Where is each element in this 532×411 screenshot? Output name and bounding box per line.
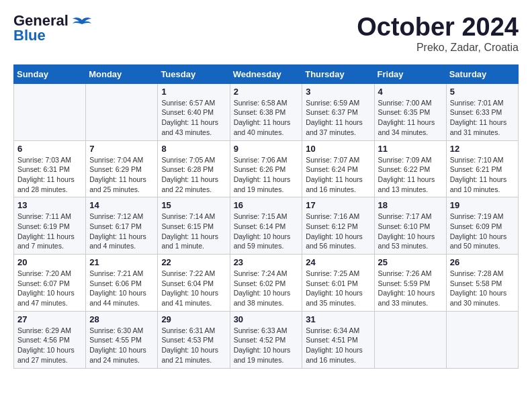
calendar-cell <box>14 83 86 140</box>
day-info: Sunrise: 7:24 AM Sunset: 6:02 PM Dayligh… <box>234 269 299 308</box>
day-number: 13 <box>17 200 82 210</box>
day-info: Sunrise: 7:14 AM Sunset: 6:15 PM Dayligh… <box>161 212 226 251</box>
calendar-header: SundayMondayTuesdayWednesdayThursdayFrid… <box>14 64 519 83</box>
day-info: Sunrise: 7:03 AM Sunset: 6:31 PM Dayligh… <box>17 155 82 195</box>
day-number: 27 <box>17 314 82 324</box>
day-number: 18 <box>378 200 443 210</box>
calendar-cell: 23Sunrise: 7:24 AM Sunset: 6:02 PM Dayli… <box>230 255 302 312</box>
day-number: 11 <box>378 144 443 154</box>
calendar-cell <box>446 311 518 368</box>
calendar-cell: 10Sunrise: 7:07 AM Sunset: 6:24 PM Dayli… <box>302 140 374 197</box>
day-number: 15 <box>161 200 226 210</box>
calendar-cell: 3Sunrise: 6:59 AM Sunset: 6:37 PM Daylig… <box>302 83 374 140</box>
calendar-week-row: 1Sunrise: 6:57 AM Sunset: 6:40 PM Daylig… <box>14 83 519 140</box>
calendar-week-row: 6Sunrise: 7:03 AM Sunset: 6:31 PM Daylig… <box>14 140 519 197</box>
day-number: 2 <box>234 87 299 97</box>
day-info: Sunrise: 7:06 AM Sunset: 6:26 PM Dayligh… <box>234 155 299 195</box>
calendar-cell <box>374 311 446 368</box>
day-info: Sunrise: 7:01 AM Sunset: 6:33 PM Dayligh… <box>450 98 515 138</box>
calendar-cell: 29Sunrise: 6:31 AM Sunset: 4:53 PM Dayli… <box>158 311 230 368</box>
day-number: 7 <box>89 144 154 154</box>
day-number: 30 <box>234 314 299 324</box>
day-number: 9 <box>234 144 299 154</box>
day-info: Sunrise: 6:30 AM Sunset: 4:55 PM Dayligh… <box>89 326 154 365</box>
calendar-cell: 26Sunrise: 7:28 AM Sunset: 5:58 PM Dayli… <box>446 255 518 312</box>
calendar-cell: 31Sunrise: 6:34 AM Sunset: 4:51 PM Dayli… <box>302 311 374 368</box>
calendar-cell: 5Sunrise: 7:01 AM Sunset: 6:33 PM Daylig… <box>446 83 518 140</box>
weekday-header-monday: Monday <box>86 64 158 83</box>
day-info: Sunrise: 6:57 AM Sunset: 6:40 PM Dayligh… <box>161 98 226 138</box>
calendar-cell: 1Sunrise: 6:57 AM Sunset: 6:40 PM Daylig… <box>158 83 230 140</box>
calendar-table: SundayMondayTuesdayWednesdayThursdayFrid… <box>13 64 519 369</box>
calendar-cell: 20Sunrise: 7:20 AM Sunset: 6:07 PM Dayli… <box>14 255 86 312</box>
day-info: Sunrise: 7:05 AM Sunset: 6:28 PM Dayligh… <box>161 155 226 195</box>
day-number: 22 <box>161 257 226 267</box>
calendar-week-row: 13Sunrise: 7:11 AM Sunset: 6:19 PM Dayli… <box>14 197 519 255</box>
day-number: 8 <box>161 144 226 154</box>
calendar-cell: 8Sunrise: 7:05 AM Sunset: 6:28 PM Daylig… <box>158 140 230 197</box>
day-number: 10 <box>306 144 370 154</box>
logo-bird-icon <box>71 15 93 36</box>
calendar-cell: 13Sunrise: 7:11 AM Sunset: 6:19 PM Dayli… <box>14 197 86 255</box>
calendar-cell: 19Sunrise: 7:19 AM Sunset: 6:09 PM Dayli… <box>446 197 518 255</box>
calendar-cell: 27Sunrise: 6:29 AM Sunset: 4:56 PM Dayli… <box>14 311 86 368</box>
day-number: 14 <box>89 200 154 210</box>
day-number: 28 <box>89 314 154 324</box>
calendar-week-row: 20Sunrise: 7:20 AM Sunset: 6:07 PM Dayli… <box>14 255 519 312</box>
day-number: 29 <box>161 314 226 324</box>
day-info: Sunrise: 6:34 AM Sunset: 4:51 PM Dayligh… <box>306 326 370 365</box>
day-info: Sunrise: 7:09 AM Sunset: 6:22 PM Dayligh… <box>378 155 443 195</box>
day-number: 19 <box>450 200 515 210</box>
calendar-cell: 2Sunrise: 6:58 AM Sunset: 6:38 PM Daylig… <box>230 83 302 140</box>
calendar-body: 1Sunrise: 6:57 AM Sunset: 6:40 PM Daylig… <box>14 83 519 368</box>
calendar-cell: 24Sunrise: 7:25 AM Sunset: 6:01 PM Dayli… <box>302 255 374 312</box>
logo-blue: Blue <box>13 28 69 43</box>
day-info: Sunrise: 7:26 AM Sunset: 5:59 PM Dayligh… <box>378 269 443 308</box>
logo-general: General <box>13 13 69 28</box>
day-number: 20 <box>17 257 82 267</box>
day-info: Sunrise: 7:00 AM Sunset: 6:35 PM Dayligh… <box>378 98 443 138</box>
day-info: Sunrise: 7:15 AM Sunset: 6:14 PM Dayligh… <box>234 212 299 251</box>
calendar-cell: 9Sunrise: 7:06 AM Sunset: 6:26 PM Daylig… <box>230 140 302 197</box>
calendar-cell: 25Sunrise: 7:26 AM Sunset: 5:59 PM Dayli… <box>374 255 446 312</box>
month-title: October 2024 <box>357 13 519 42</box>
day-number: 21 <box>89 257 154 267</box>
weekday-header-tuesday: Tuesday <box>158 64 230 83</box>
calendar-cell: 18Sunrise: 7:17 AM Sunset: 6:10 PM Dayli… <box>374 197 446 255</box>
calendar-cell: 21Sunrise: 7:21 AM Sunset: 6:06 PM Dayli… <box>86 255 158 312</box>
calendar-cell <box>86 83 158 140</box>
day-info: Sunrise: 6:59 AM Sunset: 6:37 PM Dayligh… <box>306 98 370 138</box>
calendar-week-row: 27Sunrise: 6:29 AM Sunset: 4:56 PM Dayli… <box>14 311 519 368</box>
calendar-cell: 30Sunrise: 6:33 AM Sunset: 4:52 PM Dayli… <box>230 311 302 368</box>
day-number: 3 <box>306 87 370 97</box>
day-info: Sunrise: 7:21 AM Sunset: 6:06 PM Dayligh… <box>89 269 154 308</box>
day-number: 24 <box>306 257 370 267</box>
calendar-cell: 12Sunrise: 7:10 AM Sunset: 6:21 PM Dayli… <box>446 140 518 197</box>
day-number: 16 <box>234 200 299 210</box>
day-info: Sunrise: 7:11 AM Sunset: 6:19 PM Dayligh… <box>17 212 82 251</box>
weekday-header-saturday: Saturday <box>446 64 518 83</box>
calendar-cell: 16Sunrise: 7:15 AM Sunset: 6:14 PM Dayli… <box>230 197 302 255</box>
calendar-cell: 6Sunrise: 7:03 AM Sunset: 6:31 PM Daylig… <box>14 140 86 197</box>
logo: General Blue <box>13 13 93 43</box>
day-info: Sunrise: 6:58 AM Sunset: 6:38 PM Dayligh… <box>234 98 299 138</box>
day-info: Sunrise: 6:33 AM Sunset: 4:52 PM Dayligh… <box>234 326 299 365</box>
location-subtitle: Preko, Zadar, Croatia <box>357 42 519 54</box>
weekday-header-wednesday: Wednesday <box>230 64 302 83</box>
weekday-header-friday: Friday <box>374 64 446 83</box>
calendar-cell: 14Sunrise: 7:12 AM Sunset: 6:17 PM Dayli… <box>86 197 158 255</box>
weekday-header-thursday: Thursday <box>302 64 374 83</box>
day-info: Sunrise: 7:19 AM Sunset: 6:09 PM Dayligh… <box>450 212 515 251</box>
day-info: Sunrise: 6:31 AM Sunset: 4:53 PM Dayligh… <box>161 326 226 365</box>
day-number: 25 <box>378 257 443 267</box>
calendar-cell: 11Sunrise: 7:09 AM Sunset: 6:22 PM Dayli… <box>374 140 446 197</box>
day-number: 17 <box>306 200 370 210</box>
day-info: Sunrise: 7:28 AM Sunset: 5:58 PM Dayligh… <box>450 269 515 308</box>
weekday-header-sunday: Sunday <box>14 64 86 83</box>
day-info: Sunrise: 7:16 AM Sunset: 6:12 PM Dayligh… <box>306 212 370 251</box>
calendar-cell: 4Sunrise: 7:00 AM Sunset: 6:35 PM Daylig… <box>374 83 446 140</box>
day-number: 12 <box>450 144 515 154</box>
day-info: Sunrise: 7:10 AM Sunset: 6:21 PM Dayligh… <box>450 155 515 195</box>
day-number: 5 <box>450 87 515 97</box>
calendar-cell: 28Sunrise: 6:30 AM Sunset: 4:55 PM Dayli… <box>86 311 158 368</box>
